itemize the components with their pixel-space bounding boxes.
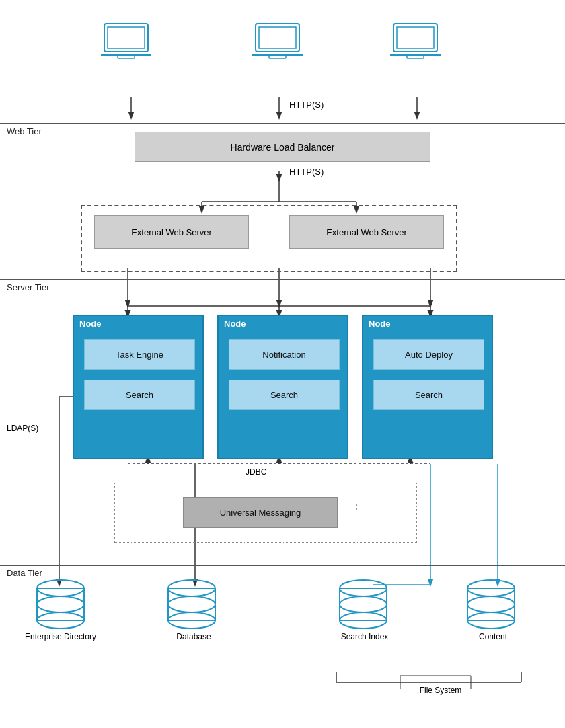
database-label: Database — [167, 632, 221, 641]
https-label-top: HTTP(S) — [289, 99, 324, 110]
svg-rect-32 — [104, 24, 148, 52]
node-2-notification: Notification — [229, 339, 340, 370]
enterprise-dir-icon — [34, 575, 87, 629]
svg-rect-39 — [269, 55, 286, 58]
laptop-left — [101, 20, 155, 67]
laptop-center — [252, 20, 306, 67]
svg-rect-35 — [118, 55, 135, 58]
search-index-label: Search Index — [331, 632, 398, 641]
jdbc-label: JDBC — [246, 467, 266, 477]
svg-rect-36 — [256, 24, 299, 52]
database-icon — [165, 575, 219, 629]
svg-point-47 — [37, 596, 84, 612]
ldap-label: LDAP(S) — [7, 423, 38, 433]
web-tier-line — [0, 123, 565, 124]
content-icon — [464, 575, 518, 629]
node-3-label: Node — [369, 319, 391, 329]
node-1-search: Search — [84, 380, 195, 410]
ext-web-server-1: External Web Server — [94, 215, 249, 249]
node-2-label: Node — [224, 319, 246, 329]
node-1: Node Task Engine Search — [73, 315, 204, 459]
enterprise-dir-label: Enterprise Directory — [20, 632, 101, 641]
node-2-search: Search — [229, 380, 340, 410]
svg-point-55 — [340, 596, 387, 612]
node-3-search: Search — [373, 380, 484, 410]
svg-rect-49 — [168, 588, 215, 620]
svg-rect-57 — [467, 588, 515, 620]
server-tier-line — [0, 279, 565, 280]
content-label: Content — [466, 632, 520, 641]
node-3-auto-deploy: Auto Deploy — [373, 339, 484, 370]
node-1-task-engine: Task Engine — [84, 339, 195, 370]
svg-rect-37 — [259, 27, 296, 48]
svg-rect-41 — [397, 27, 434, 48]
svg-point-59 — [467, 596, 515, 612]
node-2: Node Notification Search — [217, 315, 348, 459]
search-index-icon — [336, 575, 390, 629]
svg-point-51 — [168, 596, 215, 612]
ext-web-server-2: External Web Server — [289, 215, 444, 249]
data-tier-line — [0, 565, 565, 566]
laptop-right — [390, 20, 444, 67]
svg-rect-53 — [340, 588, 387, 620]
load-balancer-box: Hardware Load Balancer — [135, 132, 430, 162]
filesystem-label: File System — [390, 686, 491, 695]
diagram: HTTP(S) Web Tier Hardware Load Balancer … — [0, 0, 565, 728]
server-tier-label: Server Tier — [7, 282, 50, 292]
https-label-bottom: HTTP(S) — [289, 167, 324, 177]
svg-rect-40 — [393, 24, 437, 52]
web-tier-label: Web Tier — [7, 126, 42, 136]
messaging-container — [114, 483, 417, 543]
node-3: Node Auto Deploy Search — [362, 315, 493, 459]
svg-rect-43 — [407, 55, 424, 58]
svg-rect-45 — [37, 588, 84, 620]
svg-rect-33 — [108, 27, 145, 48]
node-1-label: Node — [79, 319, 102, 329]
